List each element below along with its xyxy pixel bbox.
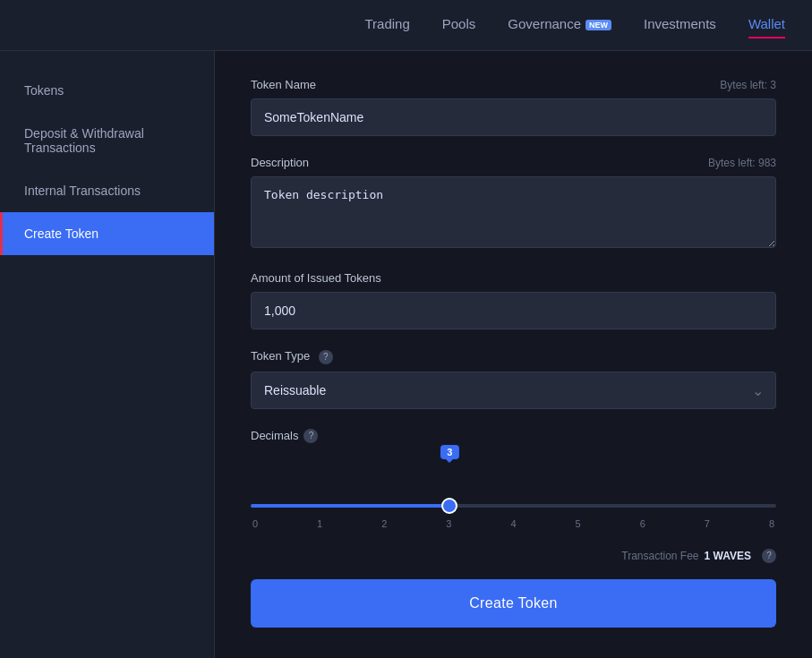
- sidebar-item-tokens[interactable]: Tokens: [0, 69, 214, 112]
- token-name-bytes: Bytes left: 3: [720, 79, 776, 91]
- description-label: Description: [251, 156, 309, 169]
- sidebar-item-create-token[interactable]: Create Token: [0, 212, 214, 255]
- token-name-label: Token Name: [251, 78, 316, 91]
- governance-badge: NEW: [585, 20, 611, 30]
- decimals-help-icon[interactable]: ?: [303, 429, 318, 443]
- nav-governance[interactable]: GovernanceNEW: [508, 16, 611, 35]
- decimals-slider[interactable]: [251, 504, 776, 508]
- token-type-help-icon[interactable]: ?: [319, 350, 333, 364]
- decimals-group: Decimals ? 3 0 1 2 3 4 5 6 7: [251, 429, 776, 529]
- top-navigation: Trading Pools GovernanceNEW Investments …: [0, 0, 812, 51]
- tick-1: 1: [317, 518, 322, 529]
- slider-value-bubble: 3: [440, 445, 458, 459]
- tick-0: 0: [252, 518, 258, 529]
- tick-7: 7: [705, 518, 710, 529]
- token-type-select[interactable]: Reissuable Non-reissuable: [251, 372, 776, 409]
- fee-row: Transaction Fee 1 WAVES ?: [251, 549, 776, 563]
- decimals-label: Decimals: [251, 429, 298, 442]
- tick-3: 3: [446, 518, 451, 529]
- amount-header: Amount of Issued Tokens: [251, 271, 776, 285]
- token-type-label: Token Type ?: [251, 349, 333, 364]
- fee-help-icon[interactable]: ?: [762, 549, 776, 563]
- nav-wallet[interactable]: Wallet: [748, 16, 785, 35]
- sidebar-item-deposit-withdrawal[interactable]: Deposit & WithdrawalTransactions: [0, 112, 214, 169]
- nav-pools[interactable]: Pools: [442, 16, 476, 35]
- nav-investments[interactable]: Investments: [644, 16, 716, 35]
- slider-ticks: 0 1 2 3 4 5 6 7 8: [251, 518, 776, 529]
- decimals-label-row: Decimals ?: [251, 429, 776, 443]
- fee-label: Transaction Fee: [621, 550, 698, 562]
- create-token-button[interactable]: Create Token: [251, 579, 776, 628]
- token-type-header: Token Type ?: [251, 349, 776, 364]
- description-bytes: Bytes left: 983: [708, 157, 776, 169]
- sidebar-deposit-label: Deposit & WithdrawalTransactions: [24, 126, 144, 155]
- token-name-input[interactable]: [251, 98, 776, 136]
- amount-label: Amount of Issued Tokens: [251, 271, 381, 285]
- description-input[interactable]: Token description: [251, 176, 776, 248]
- tick-4: 4: [510, 518, 516, 529]
- nav-items: Trading Pools GovernanceNEW Investments …: [364, 16, 785, 35]
- token-type-select-wrapper: Reissuable Non-reissuable ⌄: [251, 372, 776, 409]
- nav-governance-label: Governance: [508, 16, 581, 31]
- amount-group: Amount of Issued Tokens: [251, 271, 776, 329]
- fee-amount: 1 WAVES: [705, 550, 751, 562]
- amount-input[interactable]: [251, 292, 776, 329]
- token-name-header: Token Name Bytes left: 3: [251, 78, 776, 91]
- description-group: Description Bytes left: 983 Token descri…: [251, 156, 776, 252]
- nav-trading[interactable]: Trading: [364, 16, 409, 35]
- tick-6: 6: [640, 518, 645, 529]
- slider-wrapper: 3: [251, 470, 776, 511]
- tick-8: 8: [769, 518, 774, 529]
- app-layout: Tokens Deposit & WithdrawalTransactions …: [0, 51, 812, 658]
- main-content: Token Name Bytes left: 3 Description Byt…: [215, 51, 812, 658]
- description-header: Description Bytes left: 983: [251, 156, 776, 169]
- token-name-group: Token Name Bytes left: 3: [251, 78, 776, 136]
- tick-2: 2: [381, 518, 387, 529]
- token-type-group: Token Type ? Reissuable Non-reissuable ⌄: [251, 349, 776, 409]
- sidebar: Tokens Deposit & WithdrawalTransactions …: [0, 51, 215, 658]
- tick-5: 5: [576, 518, 581, 529]
- sidebar-item-internal-transactions[interactable]: Internal Transactions: [0, 169, 214, 212]
